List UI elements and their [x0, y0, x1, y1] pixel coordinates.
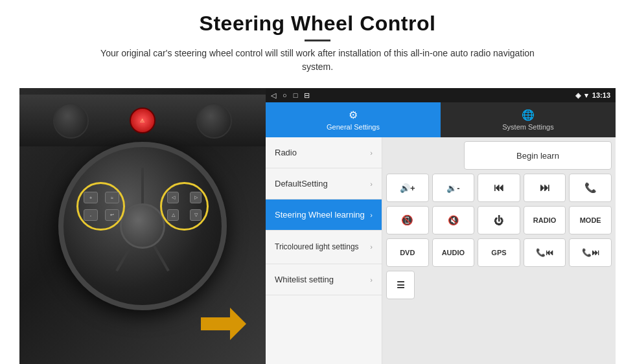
- dvd-label: DVD: [400, 249, 415, 256]
- gauge-right: [196, 103, 232, 139]
- mode-label: MODE: [580, 216, 601, 224]
- menu-default-label: DefaultSetting: [275, 179, 328, 188]
- btn-circle-right: ◁ ▷ △ ▽: [160, 182, 209, 231]
- next-track-button[interactable]: ⏭: [524, 174, 566, 202]
- audio-button[interactable]: AUDIO: [432, 238, 475, 267]
- signal-icon: ▾: [584, 91, 588, 100]
- general-settings-icon: ⚙: [349, 109, 358, 121]
- dvd-button[interactable]: DVD: [386, 238, 429, 267]
- tel-prev-icon: 📞⏮: [536, 248, 553, 257]
- chevron-icon-steering: ›: [370, 211, 373, 219]
- subtitle: Your original car's steering wheel contr…: [91, 47, 544, 74]
- list-button[interactable]: ☰: [386, 271, 415, 299]
- chevron-icon-tricoloured: ›: [370, 242, 373, 251]
- mute-button[interactable]: 🔇: [432, 206, 475, 234]
- tel-next-icon: 📞⏭: [582, 248, 599, 257]
- radio-label: RADIO: [533, 216, 556, 224]
- control-panel: Begin learn 🔊+ 🔉- ⏮: [382, 137, 616, 364]
- status-right: ◈ ▾ 13:13: [575, 91, 610, 100]
- prev-track-icon: ⏮: [494, 182, 504, 194]
- page-title: Steering Wheel Control: [91, 12, 544, 36]
- steering-wheel-outer: [58, 142, 227, 310]
- menu-item-tricoloured[interactable]: Tricoloured light settings ›: [266, 231, 382, 264]
- prev-track-button[interactable]: ⏮: [478, 174, 520, 202]
- vol-up-button[interactable]: 🔊+: [386, 174, 429, 202]
- page-wrapper: Steering Wheel Control Your original car…: [0, 0, 635, 364]
- steering-center: [120, 203, 165, 249]
- time-display: 13:13: [592, 91, 610, 99]
- location-icon: ◈: [575, 91, 581, 100]
- next-track-icon: ⏭: [540, 182, 550, 194]
- ctrl-row-2: 📵 🔇 ⏻ RADIO MODE: [386, 206, 612, 234]
- btn-r3: △: [167, 209, 179, 221]
- call-button[interactable]: 📞: [569, 174, 612, 202]
- nav-recent-icon: □: [294, 91, 298, 99]
- title-section: Steering Wheel Control Your original car…: [91, 12, 544, 83]
- warning-indicator: ⚠: [130, 108, 156, 133]
- ctrl-row-3: DVD AUDIO GPS 📞⏮ 📞⏭: [386, 238, 612, 267]
- btn-vol-minus: -: [84, 209, 98, 221]
- title-divider: [305, 40, 330, 41]
- menu-item-whitelist[interactable]: Whitelist setting ›: [266, 264, 382, 295]
- status-left: ◁ ○ □ ⊟: [271, 91, 310, 100]
- btn-vol-plus: +: [84, 192, 98, 203]
- status-bar: ◁ ○ □ ⊟ ◈ ▾ 13:13: [266, 88, 616, 102]
- ctrl-row-0: Begin learn: [386, 141, 612, 170]
- nav-home-icon: ○: [283, 91, 287, 99]
- menu-steering-label: Steering Wheel learning: [275, 210, 365, 220]
- menu-whitelist-label: Whitelist setting: [275, 275, 334, 284]
- ctrl-row-1: 🔊+ 🔉- ⏮ ⏭ 📞: [386, 174, 612, 202]
- list-icon: ☰: [397, 280, 405, 290]
- gps-button[interactable]: GPS: [478, 238, 520, 267]
- radio-button[interactable]: RADIO: [524, 206, 566, 234]
- empty-space-0: [386, 141, 461, 170]
- vol-down-button[interactable]: 🔉-: [432, 174, 475, 202]
- btn-r4: ▽: [190, 209, 202, 221]
- hangup-button[interactable]: 📵: [386, 206, 429, 234]
- begin-learn-button[interactable]: Begin learn: [464, 141, 612, 170]
- btn-tel: ↩: [105, 209, 119, 221]
- nav-menu-icon: ⊟: [304, 91, 310, 100]
- menu-item-radio[interactable]: Radio ›: [266, 137, 382, 168]
- vol-up-icon: 🔊+: [400, 183, 415, 193]
- arrow-container: [201, 304, 246, 346]
- audio-label: AUDIO: [442, 249, 465, 256]
- tab-general[interactable]: ⚙ General Settings: [266, 102, 441, 137]
- system-settings-icon: 🌐: [522, 109, 535, 121]
- svg-marker-0: [201, 308, 246, 340]
- btn-r1: ◁: [167, 192, 179, 203]
- gps-label: GPS: [491, 249, 506, 256]
- car-image-section: ⚠ +: [19, 88, 266, 364]
- content-area: ⚠ +: [19, 88, 616, 364]
- ctrl-row-4: ☰: [386, 271, 612, 299]
- btn-r2: ▷: [190, 192, 202, 203]
- menu-panel: Radio › DefaultSetting › Steering Wheel …: [266, 137, 382, 364]
- android-section: ◁ ○ □ ⊟ ◈ ▾ 13:13 ⚙ General Settings: [266, 88, 616, 364]
- tel-next-button[interactable]: 📞⏭: [569, 238, 612, 267]
- chevron-icon-whitelist: ›: [370, 276, 373, 284]
- mute-icon: 🔇: [448, 215, 459, 225]
- call-icon: 📞: [584, 182, 597, 194]
- power-icon: ⏻: [494, 215, 503, 226]
- menu-tricoloured-label: Tricoloured light settings: [275, 242, 359, 253]
- steering-wheel-container: + - ≈ ↩ ◁ ▷ △ ▽: [58, 142, 227, 310]
- btn-mode: ≈: [105, 192, 119, 203]
- btn-circle-left: + - ≈ ↩: [76, 182, 125, 231]
- tel-prev-button[interactable]: 📞⏮: [524, 238, 566, 267]
- menu-item-default[interactable]: DefaultSetting ›: [266, 168, 382, 199]
- dashboard-bg: ⚠: [19, 95, 266, 146]
- main-content: Radio › DefaultSetting › Steering Wheel …: [266, 137, 616, 364]
- menu-item-steering[interactable]: Steering Wheel learning ›: [266, 199, 382, 231]
- tab-system[interactable]: 🌐 System Settings: [441, 102, 616, 137]
- nav-back-icon: ◁: [271, 91, 276, 100]
- steering-bg: ⚠ +: [19, 88, 266, 364]
- chevron-icon-default: ›: [370, 180, 373, 188]
- tab-general-label: General Settings: [327, 123, 380, 131]
- tab-bar: ⚙ General Settings 🌐 System Settings: [266, 102, 616, 137]
- vol-down-icon: 🔉-: [446, 183, 459, 193]
- tab-system-label: System Settings: [502, 123, 553, 131]
- power-button[interactable]: ⏻: [478, 206, 520, 234]
- chevron-icon-radio: ›: [370, 149, 373, 157]
- gauge-left: [53, 103, 89, 139]
- mode-button[interactable]: MODE: [569, 206, 612, 234]
